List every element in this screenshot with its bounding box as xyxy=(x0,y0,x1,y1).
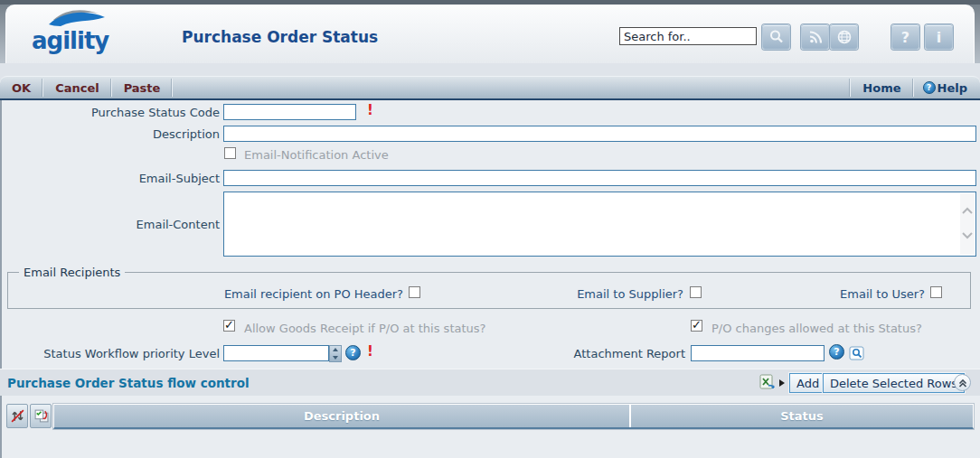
flow-control-section-bar: Purchase Order Status flow control Add D… xyxy=(0,369,980,396)
required-icon: ! xyxy=(367,102,373,118)
column-header-description[interactable]: Description xyxy=(54,405,629,427)
toolbar: OK Cancel Paste Home ? Help xyxy=(0,76,980,98)
rss-icon xyxy=(806,28,825,46)
scroll-up-icon xyxy=(961,206,974,215)
email-to-supplier-checkbox[interactable] xyxy=(690,286,702,298)
help-question-icon: ? xyxy=(923,81,936,94)
search-button[interactable] xyxy=(762,24,790,50)
po-changes-allowed-checkbox[interactable]: ✓ xyxy=(691,320,702,332)
purchase-order-status-window: agility Purchase Order Status xyxy=(0,0,980,458)
globe-icon xyxy=(835,28,853,46)
email-content-label: Email-Content xyxy=(0,218,220,231)
ok-button[interactable]: OK xyxy=(0,77,42,98)
email-subject-input[interactable] xyxy=(223,170,976,186)
add-row-button[interactable]: Add xyxy=(789,373,826,393)
expand-menu-icon[interactable] xyxy=(779,379,785,387)
excel-export-icon[interactable] xyxy=(758,373,776,395)
spinner-up-icon xyxy=(330,346,341,354)
app-header-zone: agility Purchase Order Status xyxy=(0,5,980,63)
email-recipient-po-header-label: Email recipient on PO Header? xyxy=(136,287,403,301)
agility-logo: agility xyxy=(32,27,108,54)
page-title: Purchase Order Status xyxy=(182,28,378,46)
po-changes-allowed-label: P/O changes allowed at this Status? xyxy=(711,322,922,335)
allow-goods-receipt-checkbox[interactable]: ✓ xyxy=(223,320,235,332)
email-content-textarea[interactable] xyxy=(223,192,976,257)
priority-help-icon[interactable]: ? xyxy=(345,345,361,360)
toolbar-separator xyxy=(172,79,173,96)
priority-level-label: Status Workflow priority Level xyxy=(0,347,220,360)
allow-goods-receipt-label: Allow Goods Receipt if P/O at this statu… xyxy=(244,322,485,335)
check-icon: ✓ xyxy=(224,321,234,330)
email-subject-label: Email-Subject xyxy=(0,172,220,185)
email-to-supplier-label: Email to Supplier? xyxy=(542,287,683,301)
cancel-button[interactable]: Cancel xyxy=(43,77,111,98)
question-icon: ? xyxy=(901,29,909,46)
help-button[interactable]: ? xyxy=(891,24,919,50)
delete-selected-rows-button[interactable]: Delete Selected Rows xyxy=(823,373,965,393)
double-chevron-up-icon xyxy=(956,377,969,389)
check-icon: ✓ xyxy=(692,321,702,330)
email-recipient-po-header-checkbox[interactable] xyxy=(409,286,420,298)
description-label: Description xyxy=(0,127,220,141)
attachment-report-input[interactable] xyxy=(691,345,825,361)
form-area: Purchase Status Code ! Description Email… xyxy=(0,100,980,458)
textarea-scrollbar[interactable] xyxy=(960,193,975,255)
spinner-down-icon xyxy=(330,354,341,362)
app-header-panel: agility Purchase Order Status xyxy=(5,5,975,63)
help-link[interactable]: ? Help xyxy=(914,77,971,98)
priority-spinner[interactable] xyxy=(329,345,342,362)
scroll-down-icon xyxy=(961,231,974,240)
left-edge-strip xyxy=(0,100,2,458)
priority-level-input[interactable] xyxy=(223,345,329,361)
home-button[interactable]: Home xyxy=(851,77,912,98)
attachment-report-lookup-icon[interactable] xyxy=(849,345,865,365)
email-notification-checkbox[interactable] xyxy=(224,147,236,159)
flow-control-table-header: Description Status xyxy=(53,404,974,429)
required-icon: ! xyxy=(367,343,373,360)
attachment-report-label: Attachment Report xyxy=(506,347,685,360)
sort-disabled-button[interactable] xyxy=(6,404,28,428)
collapse-section-button[interactable] xyxy=(954,374,971,391)
description-input[interactable] xyxy=(223,126,976,142)
flow-control-title: Purchase Order Status flow control xyxy=(7,376,250,390)
email-to-user-checkbox[interactable] xyxy=(930,286,942,298)
purchase-status-code-label: Purchase Status Code xyxy=(0,106,220,119)
row-selection-icon xyxy=(33,408,49,424)
purchase-status-code-input[interactable] xyxy=(223,104,356,120)
paste-button[interactable]: Paste xyxy=(112,77,173,98)
column-header-status[interactable]: Status xyxy=(631,405,973,427)
row-selection-button[interactable] xyxy=(30,404,52,428)
search-input[interactable] xyxy=(619,27,757,45)
email-to-user-label: Email to User? xyxy=(796,287,925,301)
info-button[interactable]: i xyxy=(925,24,953,50)
email-recipients-legend: Email Recipients xyxy=(19,266,125,279)
web-globe-button[interactable] xyxy=(830,24,858,50)
attachment-report-help-icon[interactable]: ? xyxy=(829,344,844,360)
magnifier-icon xyxy=(768,28,786,46)
email-notification-label: Email-Notification Active xyxy=(244,148,389,162)
sort-disabled-icon xyxy=(10,408,25,424)
rss-feed-button[interactable] xyxy=(801,24,829,50)
info-icon: i xyxy=(937,29,941,46)
